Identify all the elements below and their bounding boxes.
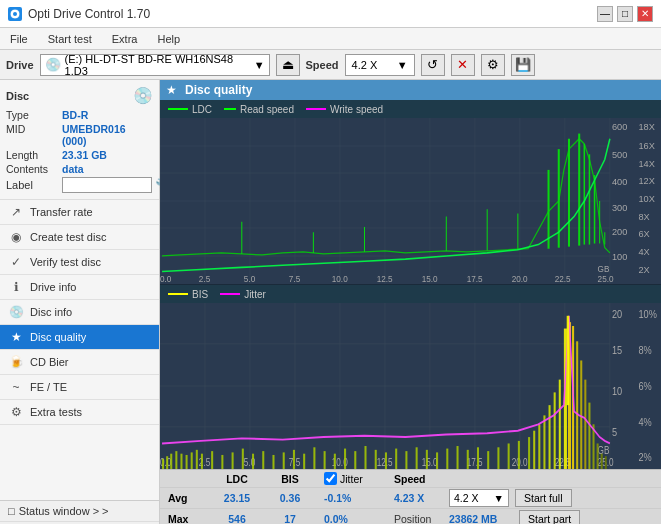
stats-area: LDC BIS Jitter Speed Avg 23.15 0.36 -0.1… [160,469,661,524]
chart-area: ★ Disc quality LDC Read speed Write spee… [160,80,661,524]
menu-start-test[interactable]: Start test [44,31,96,47]
speed-selector[interactable]: 4.2 X ▼ [345,54,415,76]
jitter-col-header: Jitter [340,473,363,485]
svg-rect-97 [166,456,168,469]
svg-rect-135 [518,441,520,469]
minimize-button[interactable]: — [597,6,613,22]
svg-rect-112 [283,452,285,469]
status-window-label: Status window > > [19,505,109,517]
position-label: Position [394,513,449,524]
settings-button[interactable]: ⚙ [481,54,505,76]
disc-panel: Disc 💿 Type BD-R MID UMEBDR016 (000) Len… [0,80,159,200]
refresh-button[interactable]: ↺ [421,54,445,76]
svg-text:17.5: 17.5 [467,458,483,469]
svg-rect-100 [180,454,182,469]
speed-selector-stats[interactable]: 4.2 X ▼ [449,489,509,507]
chart-header-icon: ★ [166,83,177,97]
avg-bis: 0.36 [266,492,314,504]
svg-text:2%: 2% [639,451,652,463]
contents-value: data [62,163,84,175]
disc-panel-title: Disc [6,90,29,102]
type-value: BD-R [62,109,88,121]
sidebar-item-verify-test-disc[interactable]: ✓ Verify test disc [0,250,159,275]
max-ldc: 546 [208,513,266,524]
svg-rect-131 [477,447,479,469]
svg-rect-96 [162,459,164,469]
toolbar: Drive 💿 (E:) HL-DT-ST BD-RE WH16NS48 1.D… [0,50,661,80]
save-button[interactable]: 💾 [511,54,535,76]
svg-text:GB: GB [598,445,610,456]
avg-speed: 4.23 X [394,492,449,504]
svg-text:10%: 10% [639,308,657,320]
svg-text:8X: 8X [639,212,650,222]
menu-file[interactable]: File [6,31,32,47]
chart-header: ★ Disc quality [160,80,661,100]
top-chart: 600 500 400 300 200 100 18X 16X 14X 12X … [160,118,661,285]
drive-info-icon: ℹ [8,280,24,294]
transfer-rate-label: Transfer rate [30,206,93,218]
create-test-disc-icon: ◉ [8,230,24,244]
svg-rect-136 [528,437,530,469]
menu-help[interactable]: Help [153,31,184,47]
sidebar-nav: ↗ Transfer rate ◉ Create test disc ✓ Ver… [0,200,159,500]
top-chart-legend: LDC Read speed Write speed [160,100,661,118]
eject-button[interactable]: ⏏ [276,54,300,76]
position-value: 23862 MB [449,513,519,524]
disc-quality-icon: ★ [8,330,24,344]
close-button[interactable]: ✕ [637,6,653,22]
svg-rect-102 [191,452,193,469]
svg-rect-138 [538,424,540,469]
cd-bier-icon: 🍺 [8,355,24,369]
erase-button[interactable]: ✕ [451,54,475,76]
write-line [306,108,326,110]
svg-rect-98 [170,454,172,469]
status-window-button[interactable]: □ Status window > > [0,501,159,522]
drive-info-label: Drive info [30,281,76,293]
bottom-chart: 20 15 10 5 10% 8% 6% 4% 2% 0.0 2.5 5.0 7… [160,303,661,469]
svg-rect-101 [186,455,188,469]
svg-rect-141 [554,392,556,469]
maximize-button[interactable]: □ [617,6,633,22]
chart-header-title: Disc quality [185,83,252,97]
svg-rect-151 [597,443,599,469]
verify-test-disc-label: Verify test disc [30,256,101,268]
main-area: Disc 💿 Type BD-R MID UMEBDR016 (000) Len… [0,80,661,524]
svg-rect-125 [416,447,418,469]
start-part-button[interactable]: Start part [519,510,580,524]
svg-rect-132 [487,451,489,469]
sidebar-item-cd-bier[interactable]: 🍺 CD Bier [0,350,159,375]
create-test-disc-label: Create test disc [30,231,106,243]
svg-point-1 [13,12,17,16]
jitter-checkbox[interactable] [324,472,337,485]
sidebar-item-create-test-disc[interactable]: ◉ Create test disc [0,225,159,250]
drive-selector[interactable]: 💿 (E:) HL-DT-ST BD-RE WH16NS48 1.D3 ▼ [40,54,270,76]
svg-text:25.0: 25.0 [598,275,614,284]
svg-rect-147 [580,360,582,469]
svg-rect-114 [303,454,305,469]
svg-text:2.5: 2.5 [199,458,210,469]
disc-panel-icon: 💿 [133,86,153,105]
svg-rect-108 [242,449,244,469]
speed-value: 4.2 X [352,59,378,71]
svg-text:5.0: 5.0 [244,275,256,284]
sidebar-item-transfer-rate[interactable]: ↗ Transfer rate [0,200,159,225]
sidebar-item-disc-quality[interactable]: ★ Disc quality [0,325,159,350]
sidebar-item-drive-info[interactable]: ℹ Drive info [0,275,159,300]
app-icon [8,7,22,21]
sidebar-item-extra-tests[interactable]: ⚙ Extra tests [0,400,159,425]
menu-extra[interactable]: Extra [108,31,142,47]
max-jitter: 0.0% [324,513,394,524]
svg-rect-127 [436,452,438,469]
svg-text:17.5: 17.5 [467,275,483,284]
sidebar-item-fe-te[interactable]: ~ FE / TE [0,375,159,400]
ldc-line [168,108,188,110]
legend-read: Read speed [224,104,294,115]
sidebar-item-disc-info[interactable]: 💿 Disc info [0,300,159,325]
speed-col-header: Speed [394,473,444,485]
svg-text:GB: GB [598,264,610,273]
drive-label: Drive [6,59,34,71]
label-input[interactable] [62,177,152,193]
svg-text:12.5: 12.5 [377,458,393,469]
ldc-col-header: LDC [208,473,266,485]
start-full-button[interactable]: Start full [515,489,572,507]
